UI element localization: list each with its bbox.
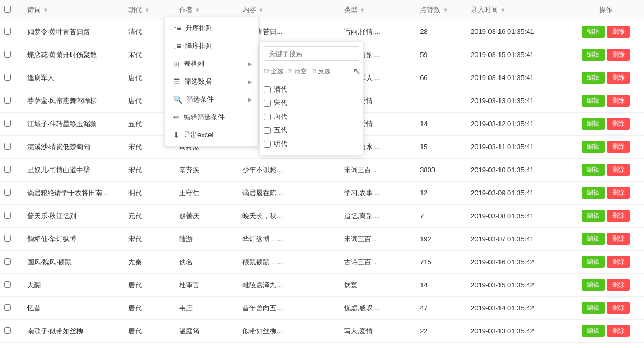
row-type-6: 宋词三百... [340, 159, 416, 182]
delete-btn-3[interactable]: 删除 [607, 95, 630, 107]
filter-subpanel: ☑ 全选 ☒ 清空 ☑ 反选 [259, 41, 364, 155]
row-checkbox-7[interactable] [4, 189, 11, 196]
delete-btn-1[interactable]: 删除 [607, 49, 630, 61]
edit-btn-12[interactable]: 编辑 [582, 302, 605, 314]
row-dynasty-7: 明代 [124, 182, 175, 205]
content-header-cell[interactable]: 内容 ▼ [242, 5, 336, 15]
col-header-likes: 点赞数 ▼ [416, 0, 467, 20]
filter-select-all-btn[interactable]: 全选 [271, 67, 283, 76]
row-checkbox-1[interactable] [4, 51, 11, 58]
filter-data-item[interactable]: ☰ 筛选数据 ▶ ☑ 全选 [165, 73, 258, 91]
row-checkbox-4[interactable] [4, 120, 11, 127]
content-filter-icon[interactable]: ▼ [258, 7, 264, 13]
row-checkbox-3[interactable] [4, 97, 11, 104]
delete-btn-12[interactable]: 删除 [607, 302, 630, 314]
delete-btn-4[interactable]: 删除 [607, 118, 630, 130]
row-dynasty-12: 唐代 [124, 297, 175, 320]
row-type-7: 学习,农事,... [340, 182, 416, 205]
filter-check-mingdai[interactable] [264, 141, 271, 148]
edit-btn-5[interactable]: 编辑 [582, 141, 605, 153]
row-dynasty-6: 宋代 [124, 159, 175, 182]
delete-btn-9[interactable]: 删除 [607, 233, 630, 245]
col-header-type: 类型 ▼ [340, 0, 416, 20]
delete-btn-6[interactable]: 删除 [607, 164, 630, 176]
filter-search-input[interactable] [264, 46, 359, 61]
row-time-4: 2019-03-12 01:35:41 [467, 113, 568, 136]
edit-btn-0[interactable]: 编辑 [582, 26, 605, 38]
type-header-cell[interactable]: 类型 ▼ [344, 5, 412, 15]
edit-btn-9[interactable]: 编辑 [582, 233, 605, 245]
row-checkbox-13[interactable] [4, 327, 11, 334]
edit-btn-8[interactable]: 编辑 [582, 210, 605, 222]
delete-btn-13[interactable]: 删除 [607, 325, 630, 337]
filter-option-songdai[interactable]: 宋代 [264, 96, 359, 110]
filter-label-songdai: 宋代 [274, 98, 287, 108]
edit-btn-6[interactable]: 编辑 [582, 164, 605, 176]
edit-btn-3[interactable]: 编辑 [582, 95, 605, 107]
filter-option-tangdai[interactable]: 唐代 [264, 110, 359, 124]
filter-option-mingdai[interactable]: 明代 [264, 137, 359, 151]
row-checkbox-8[interactable] [4, 212, 11, 219]
title-filter-icon[interactable]: ▼ [43, 7, 49, 13]
filter-invert-btn[interactable]: 反选 [318, 67, 330, 76]
row-checkbox-5[interactable] [4, 143, 11, 150]
dynasty-filter-icon[interactable]: ▼ [144, 7, 150, 13]
filter-condition-icon: 🔍 [173, 95, 182, 104]
edit-btn-11[interactable]: 编辑 [582, 279, 605, 291]
sort-desc-item[interactable]: ↓≡ 降序排列 [165, 37, 258, 55]
export-excel-item[interactable]: ⬇ 导出excel [165, 126, 258, 144]
delete-btn-2[interactable]: 删除 [607, 72, 630, 84]
edit-btn-7[interactable]: 编辑 [582, 187, 605, 199]
delete-btn-7[interactable]: 删除 [607, 187, 630, 199]
author-filter-icon[interactable]: ▼ [195, 7, 201, 13]
row-likes-5: 15 [416, 136, 467, 159]
row-dynasty-10: 先秦 [124, 251, 175, 274]
delete-btn-5[interactable]: 删除 [607, 141, 630, 153]
delete-btn-11[interactable]: 删除 [607, 279, 630, 291]
author-header-cell[interactable]: 作者 ▼ [179, 5, 201, 15]
filter-check-songdai[interactable] [264, 100, 271, 107]
row-checkbox-9[interactable] [4, 235, 11, 242]
filter-check-qingdai[interactable] [264, 86, 271, 93]
delete-btn-0[interactable]: 删除 [607, 26, 630, 38]
edit-btn-2[interactable]: 编辑 [582, 72, 605, 84]
row-checkbox-11[interactable] [4, 281, 11, 288]
edit-btn-13[interactable]: 编辑 [582, 325, 605, 337]
row-checkbox-10[interactable] [4, 258, 11, 265]
delete-btn-10[interactable]: 删除 [607, 256, 630, 268]
filter-check-tangdai[interactable] [264, 114, 271, 120]
row-likes-2: 66 [416, 66, 467, 89]
row-likes-11: 14 [416, 274, 467, 297]
time-filter-icon[interactable]: ▼ [500, 7, 506, 13]
table-cols-item[interactable]: ⊞ 表格列 ▶ [165, 55, 258, 73]
time-header-cell[interactable]: 录入时间 ▼ [471, 5, 564, 15]
dynasty-header-cell[interactable]: 朝代 ▼ [128, 5, 171, 15]
type-filter-icon[interactable]: ▼ [360, 7, 365, 13]
likes-filter-icon[interactable]: ▼ [442, 7, 448, 13]
filter-check-wudai[interactable] [264, 127, 271, 134]
row-title-9: 鹊桥仙·华灯纵博 [23, 228, 125, 251]
row-checkbox-6[interactable] [4, 166, 11, 173]
edit-btn-10[interactable]: 编辑 [582, 256, 605, 268]
row-checkbox-12[interactable] [4, 304, 11, 311]
row-dynasty-11: 唐代 [124, 274, 175, 297]
filter-condition-item[interactable]: 🔍 筛选条件 ▶ [165, 91, 258, 108]
check-all-checkbox[interactable] [4, 6, 11, 13]
row-checkbox-2[interactable] [4, 74, 11, 81]
title-header-cell[interactable]: 诗词 ▼ [27, 5, 120, 15]
row-content-9: 华灯纵博，... [238, 228, 340, 251]
footer-edit-filter-link[interactable]: 编辑筛选条件 [0, 343, 644, 348]
filter-clear-btn[interactable]: 清空 [294, 67, 307, 76]
edit-btn-1[interactable]: 编辑 [582, 49, 605, 61]
sort-asc-item[interactable]: ↑≡ 升序排列 [165, 19, 258, 37]
edit-filter-item[interactable]: ✏ 编辑筛选条件 [165, 108, 258, 126]
edit-btn-4[interactable]: 编辑 [582, 118, 605, 130]
table-row: 南歌子·似带如丝柳 唐代 温庭筠 似带如丝柳... 写人,爱情 22 2019-… [0, 320, 644, 343]
filter-option-qingdai[interactable]: 清代 [264, 83, 359, 96]
row-time-6: 2019-03-10 01:35:41 [467, 159, 568, 182]
row-checkbox-0[interactable] [4, 28, 11, 35]
filter-option-wudai[interactable]: 五代 [264, 124, 359, 137]
delete-btn-8[interactable]: 删除 [607, 210, 630, 222]
likes-header-cell[interactable]: 点赞数 ▼ [420, 5, 462, 15]
filter-label-qingdai: 清代 [274, 85, 287, 94]
